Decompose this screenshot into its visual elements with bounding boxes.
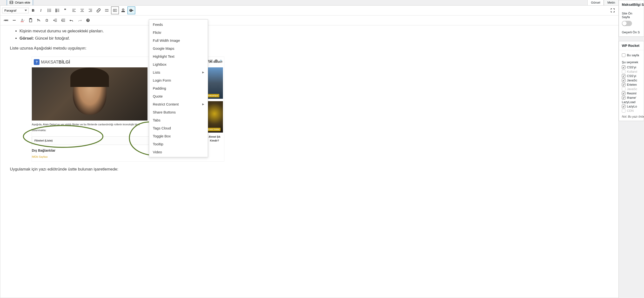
undo-button[interactable] <box>68 17 76 24</box>
dropdown-item-feeds[interactable]: Feeds <box>149 21 208 29</box>
paste-text-button[interactable] <box>27 17 34 24</box>
checkbox[interactable] <box>622 87 626 91</box>
svg-point-29 <box>114 10 114 10</box>
embed-photo <box>32 67 148 120</box>
checkbox[interactable] <box>622 109 626 112</box>
link-button[interactable] <box>95 7 102 14</box>
front-page-label: Site Ön Sayfa <box>622 12 641 19</box>
align-right-button[interactable] <box>86 7 94 14</box>
dropdown-item-flickr[interactable]: Flickr <box>149 29 208 37</box>
checkbox[interactable] <box>622 53 626 57</box>
dropdown-item-lists[interactable]: Lists▶ <box>149 68 208 76</box>
dropdown-item-tags-cloud[interactable]: Tags Cloud <box>149 124 208 132</box>
checkbox[interactable] <box>622 96 626 99</box>
bold-button[interactable]: B <box>29 7 37 14</box>
embed-side-card: MaksatSpor <box>206 67 223 99</box>
insert-image-button[interactable] <box>119 7 127 14</box>
hr-button[interactable] <box>10 17 18 24</box>
svg-rect-28 <box>113 9 117 12</box>
more-button[interactable] <box>103 7 111 14</box>
svg-text:I: I <box>40 9 42 12</box>
svg-text:A: A <box>21 18 23 22</box>
fullscreen-button[interactable] <box>609 7 616 14</box>
chevron-right-icon: ▶ <box>202 103 204 106</box>
svg-text:3: 3 <box>56 11 57 12</box>
svg-rect-35 <box>122 11 125 12</box>
svg-text:B: B <box>32 8 34 12</box>
checkbox[interactable] <box>622 65 626 69</box>
help-button[interactable]: ? <box>84 17 92 24</box>
svg-text:?: ? <box>87 19 89 22</box>
outdent-button[interactable] <box>51 17 59 24</box>
svg-point-32 <box>114 11 114 11</box>
embed-side-card: Erkek Ünlüler <box>206 101 223 132</box>
svg-point-34 <box>115 11 116 11</box>
dropdown-item-highlight-text[interactable]: Highlight Text <box>149 52 208 60</box>
search-icon: 🔍 <box>220 59 223 63</box>
editor-toolbar-row1: Paragraf B I 123 " <box>0 6 618 16</box>
sidebar-box-title: WP Rocket <box>619 41 644 50</box>
svg-rect-43 <box>21 22 24 22</box>
dropdown-item-restrict-content[interactable]: Restrict Content▶ <box>149 100 208 108</box>
keyboard-toggle-button[interactable] <box>111 7 119 14</box>
sidebar-note: Not: Bu yazı önbellekten seçeneklera <box>622 115 641 118</box>
align-left-button[interactable] <box>70 7 78 14</box>
redo-button[interactable] <box>76 17 84 24</box>
svg-point-5 <box>48 10 48 11</box>
align-center-button[interactable] <box>78 7 86 14</box>
editor-toolbar-row2: ABC A Ω ? <box>0 16 618 25</box>
italic-button[interactable]: I <box>37 7 45 14</box>
checkbox[interactable] <box>622 83 626 86</box>
shortcode-dropdown-button[interactable] <box>128 7 135 14</box>
dropdown-item-video[interactable]: Video <box>149 148 208 156</box>
dropdown-item-login-form[interactable]: Login Form <box>149 76 208 84</box>
dropdown-item-full-width-image[interactable]: Full Width Image <box>149 37 208 44</box>
svg-rect-39 <box>131 9 131 11</box>
text-color-button[interactable]: A <box>18 17 26 24</box>
svg-rect-45 <box>30 18 31 19</box>
checkbox[interactable] <box>622 74 626 78</box>
svg-point-37 <box>123 10 124 10</box>
svg-text:Ω: Ω <box>46 18 48 22</box>
dropdown-item-tooltip[interactable]: Tooltip <box>149 140 208 148</box>
add-media-label: Ortam ekle <box>15 1 30 4</box>
clear-format-button[interactable] <box>35 17 43 24</box>
editor-content[interactable]: Kişinin mevcut durumu ve gelecekteki pla… <box>0 25 618 298</box>
add-media-button[interactable]: Ortam ekle <box>7 0 33 6</box>
front-page-toggle[interactable] <box>622 21 632 26</box>
bullet-list-button[interactable] <box>46 7 53 14</box>
dropdown-item-share-buttons[interactable]: Share Buttons <box>149 108 208 116</box>
avatar-icon <box>214 59 218 63</box>
dropdown-item-quote[interactable]: Quote <box>149 92 208 100</box>
current-front-label: Geçerli Ön S <box>622 31 641 34</box>
right-sidebar: MaksatBilgi Sayfa Site Ön Sayfa Geçerli … <box>619 0 644 298</box>
svg-point-31 <box>115 10 116 10</box>
content-instruction: Liste uzunsa Aşağıdaki metodu uygulayın: <box>10 45 609 51</box>
checkbox[interactable] <box>622 70 626 73</box>
checkbox[interactable] <box>622 105 626 108</box>
indent-button[interactable] <box>60 17 67 24</box>
dropdown-item-toggle-box[interactable]: Toggle Box <box>149 132 208 140</box>
svg-point-33 <box>114 11 115 11</box>
svg-point-7 <box>48 11 48 12</box>
svg-text:": " <box>64 8 66 13</box>
content-bullet: Kişinin mevcut durumu ve gelecekteki pla… <box>20 28 609 34</box>
question-icon: ? <box>34 59 40 65</box>
dropdown-item-google-maps[interactable]: Google Maps <box>149 44 208 52</box>
blockquote-button[interactable]: " <box>62 7 70 14</box>
format-select[interactable]: Paragraf <box>2 8 29 13</box>
dropdown-item-tabs[interactable]: Tabs <box>149 116 208 124</box>
dropdown-item-lightbox[interactable]: Lightbox <box>149 60 208 68</box>
strikethrough-button[interactable]: ABC <box>2 17 10 24</box>
embed-logo: ? MAKSATBİLGİ <box>34 59 70 66</box>
numbered-list-button[interactable]: 123 <box>54 7 62 14</box>
content-footer-line: Uygulamak için yazı ediötründe üstte bul… <box>10 166 609 173</box>
media-icon <box>10 0 14 5</box>
dropdown-item-padding[interactable]: Padding <box>149 84 208 92</box>
checkbox[interactable] <box>622 91 626 95</box>
chevron-right-icon: ▶ <box>202 71 204 74</box>
checkbox[interactable] <box>622 78 626 82</box>
special-char-button[interactable]: Ω <box>43 17 51 24</box>
svg-point-40 <box>131 11 131 11</box>
content-bullet: Görsel: Güncel bir fotoğraf. <box>20 35 609 42</box>
